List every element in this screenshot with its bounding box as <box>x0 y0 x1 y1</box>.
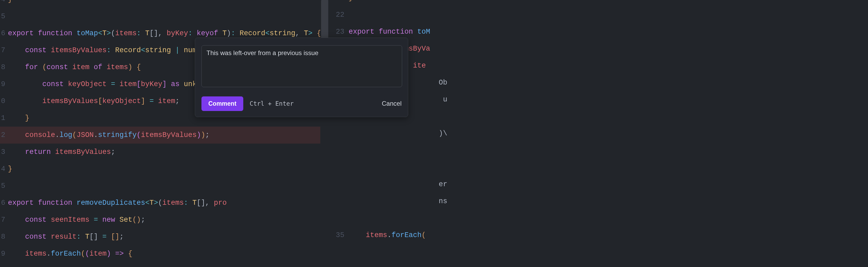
code-content: items.forEach( <box>344 227 426 244</box>
line-number: 8 <box>0 63 5 71</box>
line-number: 3 <box>0 148 5 156</box>
line-number: 5 <box>0 182 5 190</box>
code-content: ns <box>344 193 447 210</box>
code-content: const keyObject = item[byKey] as unknown… <box>5 76 226 93</box>
code-line[interactable]: Ob <box>331 74 868 91</box>
code-content: items.forEach((item) => { <box>5 245 132 262</box>
code-content: } <box>5 160 12 177</box>
line-number: 6 <box>0 29 5 37</box>
code-line[interactable] <box>331 210 868 227</box>
line-number: 35 <box>331 231 344 239</box>
code-content: return itemsByValues; <box>5 144 115 160</box>
line-number: 23 <box>331 28 344 36</box>
code-line[interactable]: )\ <box>331 125 868 142</box>
code-content: } <box>5 110 29 127</box>
code-line[interactable]: 9 items.forEach((item) => { <box>0 245 320 262</box>
right-code-area: }2223export function toM24 const itemsBy… <box>331 0 868 244</box>
code-line[interactable] <box>331 108 868 125</box>
code-line[interactable] <box>331 159 868 176</box>
code-content: const seenItems = new Set(); <box>5 211 145 228</box>
line-number: 4 <box>0 165 5 173</box>
line-number: 1 <box>0 114 5 122</box>
code-line[interactable]: } <box>331 0 868 6</box>
code-line[interactable]: ns <box>331 193 868 210</box>
code-content: const result: T[] = []; <box>5 228 124 245</box>
comment-shortcut-label: Ctrl + Enter <box>250 100 293 107</box>
line-number: 4 <box>0 0 5 3</box>
code-line[interactable]: 5 <box>0 177 320 195</box>
code-line[interactable]: 2 console.log(JSON.stringify(itemsByValu… <box>0 127 320 144</box>
code-line[interactable]: 7 const seenItems = new Set(); <box>0 211 320 228</box>
code-line[interactable]: 22 <box>331 6 868 23</box>
line-number: 9 <box>0 250 5 258</box>
code-line[interactable]: 25 for (const ite <box>331 57 868 74</box>
code-line[interactable]: 8 const result: T[] = []; <box>0 228 320 245</box>
line-number: 8 <box>0 233 5 241</box>
line-number: 7 <box>0 216 5 224</box>
cancel-button[interactable]: Cancel <box>382 100 402 107</box>
code-line[interactable]: 4} <box>0 160 320 177</box>
right-editor-pane[interactable]: }2223export function toM24 const itemsBy… <box>331 0 868 267</box>
code-content: er <box>344 176 447 193</box>
code-content: } <box>5 0 12 8</box>
line-number: 7 <box>0 47 5 54</box>
comment-dialog: Comment Ctrl + Enter Cancel <box>195 38 408 117</box>
code-content: for (const item of items) { <box>5 59 141 76</box>
comment-submit-button[interactable]: Comment <box>202 96 243 111</box>
line-number: 0 <box>0 97 5 105</box>
dialog-footer: Comment Ctrl + Enter Cancel <box>202 96 402 111</box>
line-number: 9 <box>0 80 5 88</box>
line-number: 2 <box>0 131 5 139</box>
line-number: 22 <box>331 11 344 19</box>
code-line[interactable]: 5 <box>0 8 320 25</box>
code-content: )\ <box>344 125 447 142</box>
code-line[interactable]: er <box>331 176 868 193</box>
code-line[interactable]: u <box>331 91 868 108</box>
code-line[interactable]: 4} <box>0 0 320 8</box>
line-number: 5 <box>0 12 5 20</box>
line-number: 6 <box>0 199 5 207</box>
comment-textarea[interactable] <box>202 45 402 87</box>
code-content: } <box>344 0 353 6</box>
code-content: console.log(JSON.stringify(itemsByValues… <box>5 127 210 144</box>
code-content: itemsByValues[keyObject] = item; <box>5 93 180 110</box>
code-line[interactable]: 23export function toM <box>331 23 868 40</box>
code-line[interactable]: 24 const itemsByVa <box>331 40 868 57</box>
code-content: export function removeDuplicates<T>(item… <box>5 195 226 211</box>
code-line[interactable] <box>331 142 868 159</box>
code-line[interactable]: 35 items.forEach( <box>331 227 868 244</box>
code-line[interactable]: 6export function removeDuplicates<T>(ite… <box>0 195 320 211</box>
code-line[interactable]: 3 return itemsByValues; <box>0 144 320 160</box>
